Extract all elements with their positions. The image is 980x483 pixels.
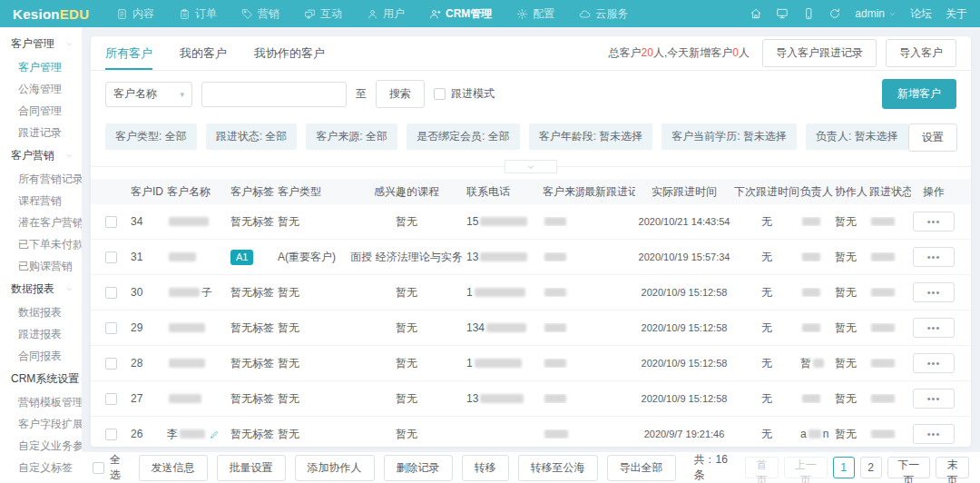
sidebar-item[interactable]: 合同管理 bbox=[0, 100, 82, 122]
filter-chip[interactable]: 是否绑定会员: 全部 bbox=[407, 123, 520, 150]
topbar-menu-item[interactable]: 订单 bbox=[179, 6, 217, 22]
redacted-text bbox=[871, 252, 895, 261]
filter-chip[interactable]: 跟进状态: 全部 bbox=[206, 123, 298, 150]
topbar-menu-item[interactable]: 配置 bbox=[516, 6, 554, 22]
cell-status bbox=[869, 252, 911, 261]
row-checkbox[interactable] bbox=[105, 287, 117, 299]
row-checkbox[interactable] bbox=[105, 216, 117, 228]
sidebar-item[interactable]: 公海管理 bbox=[0, 78, 82, 100]
footer-button[interactable]: 转移 bbox=[462, 455, 509, 481]
cell-type: 暂无 bbox=[278, 356, 347, 371]
monitor-icon[interactable] bbox=[776, 7, 789, 20]
cell-select bbox=[105, 287, 131, 299]
topbar-menu-item[interactable]: 云服务 bbox=[579, 6, 628, 22]
user-menu[interactable]: admin bbox=[855, 7, 897, 20]
topbar-menu-item[interactable]: 用户 bbox=[367, 6, 405, 22]
sidebar-item[interactable]: 所有营销记录 bbox=[0, 168, 82, 190]
sidebar-item[interactable]: 已下单未付款营销 bbox=[0, 233, 82, 255]
tab[interactable]: 我的客户 bbox=[180, 36, 227, 70]
cell-phone: 134 bbox=[466, 321, 543, 334]
cell-ops: ••• bbox=[911, 212, 956, 232]
sidebar-group-label: CRM系统设置 bbox=[11, 371, 79, 387]
row-checkbox[interactable] bbox=[105, 393, 117, 405]
row-checkbox[interactable] bbox=[105, 322, 117, 334]
cell-id: 31 bbox=[131, 251, 167, 263]
topbar-menu-label: 用户 bbox=[383, 6, 405, 22]
filter-chip[interactable]: 客户来源: 全部 bbox=[306, 123, 397, 150]
page-button[interactable]: 末页 bbox=[936, 457, 969, 478]
page-button[interactable]: 2 bbox=[860, 457, 882, 478]
row-actions-button[interactable]: ••• bbox=[913, 318, 955, 338]
topbar-menu-item[interactable]: 内容 bbox=[116, 6, 154, 22]
select-all-checkbox[interactable]: 全选 bbox=[93, 452, 130, 483]
sidebar-item[interactable]: 课程营销 bbox=[0, 190, 82, 212]
row-actions-button[interactable]: ••• bbox=[913, 247, 955, 267]
sidebar-item[interactable]: 客户字段扩展 bbox=[0, 413, 82, 435]
filter-chip[interactable]: 客户当前学历: 暂未选择 bbox=[662, 123, 797, 150]
sidebar-group-title[interactable]: CRM系统设置 bbox=[0, 367, 82, 391]
row-actions-button[interactable]: ••• bbox=[913, 389, 955, 409]
row-actions-button[interactable]: ••• bbox=[913, 212, 955, 232]
cell-course: 暂无 bbox=[347, 320, 466, 336]
sidebar-item[interactable]: 营销模板管理 bbox=[0, 391, 82, 413]
filter-chip[interactable]: 客户类型: 全部 bbox=[105, 123, 197, 150]
topbar-link[interactable]: 论坛 bbox=[910, 6, 932, 22]
sidebar-item[interactable]: 潜在客户营销 bbox=[0, 212, 82, 233]
footer-button[interactable]: 发送信息 bbox=[139, 455, 208, 481]
footer-button[interactable]: 添加协作人 bbox=[295, 455, 375, 481]
refresh-icon[interactable] bbox=[828, 7, 841, 20]
cell-type: 暂无 bbox=[278, 427, 347, 442]
page-button[interactable]: 1 bbox=[833, 457, 855, 478]
search-input[interactable] bbox=[201, 82, 347, 107]
sidebar-item[interactable]: 合同报表 bbox=[0, 345, 82, 367]
page-button[interactable]: 下一页 bbox=[887, 457, 930, 478]
sidebar-item[interactable]: 客户管理 bbox=[0, 56, 82, 78]
collapse-toggle[interactable] bbox=[505, 160, 557, 173]
footer-button[interactable]: 转移至公海 bbox=[518, 455, 598, 481]
filter-chip[interactable]: 负责人: 暂未选择 bbox=[806, 123, 908, 150]
topbar-menu-item[interactable]: CRM管理 bbox=[429, 6, 492, 22]
tab[interactable]: 所有客户 bbox=[105, 36, 152, 70]
sidebar-item[interactable]: 已购课营销 bbox=[0, 255, 82, 277]
sidebar-group-title[interactable]: 客户管理 bbox=[0, 32, 82, 56]
header-button[interactable]: 导入客户跟进记录 bbox=[762, 39, 877, 67]
row-actions-button[interactable]: ••• bbox=[913, 424, 955, 444]
add-customer-button[interactable]: 新增客户 bbox=[882, 79, 956, 109]
cell-id: 30 bbox=[131, 286, 167, 299]
follow-mode-checkbox[interactable]: 跟进模式 bbox=[434, 86, 495, 102]
sidebar-item[interactable]: 跟进记录 bbox=[0, 122, 82, 143]
edit-icon[interactable] bbox=[210, 429, 220, 439]
filter-chip[interactable]: 客户年龄段: 暂未选择 bbox=[529, 123, 653, 150]
topbar-menu-label: 内容 bbox=[132, 6, 154, 22]
row-actions-button[interactable]: ••• bbox=[913, 353, 955, 373]
row-checkbox[interactable] bbox=[105, 358, 117, 370]
search-button[interactable]: 搜索 bbox=[376, 80, 425, 108]
footer-button[interactable]: 导出全部 bbox=[607, 455, 676, 481]
row-checkbox[interactable] bbox=[105, 429, 117, 440]
row-checkbox[interactable] bbox=[105, 251, 117, 263]
footer-button[interactable]: 删除记录 bbox=[384, 455, 453, 481]
redacted-text bbox=[802, 288, 820, 297]
sidebar-item[interactable]: 跟进报表 bbox=[0, 323, 82, 345]
sidebar-item[interactable]: 自定义业务参数 bbox=[0, 435, 82, 457]
search-field-select[interactable]: 客户名称▾ bbox=[105, 82, 192, 107]
home-icon[interactable] bbox=[750, 7, 762, 20]
redacted-text bbox=[169, 323, 205, 332]
tab[interactable]: 我协作的客户 bbox=[254, 36, 325, 70]
sidebar-item[interactable]: 数据报表 bbox=[0, 301, 82, 323]
topbar-menu-item[interactable]: 互动 bbox=[304, 6, 342, 22]
row-actions-button[interactable]: ••• bbox=[913, 282, 955, 302]
column-header: 实际跟进时间 bbox=[635, 184, 733, 200]
sidebar-item[interactable]: 自定义标签 bbox=[0, 457, 82, 478]
topbar-link[interactable]: 关于 bbox=[946, 6, 967, 22]
sidebar-group-title[interactable]: 客户营销 bbox=[0, 143, 82, 168]
cloud-icon bbox=[579, 8, 591, 20]
interact-icon bbox=[304, 8, 316, 20]
filter-settings-button[interactable]: 设置 bbox=[908, 123, 957, 152]
phone-icon[interactable] bbox=[802, 7, 815, 20]
header-button[interactable]: 导入客户 bbox=[886, 39, 956, 67]
column-header: 跟进状态 bbox=[869, 184, 911, 200]
sidebar-group-title[interactable]: 数据报表 bbox=[0, 277, 82, 301]
topbar-menu-item[interactable]: 营销 bbox=[241, 6, 279, 22]
footer-button[interactable]: 批量设置 bbox=[217, 455, 286, 481]
